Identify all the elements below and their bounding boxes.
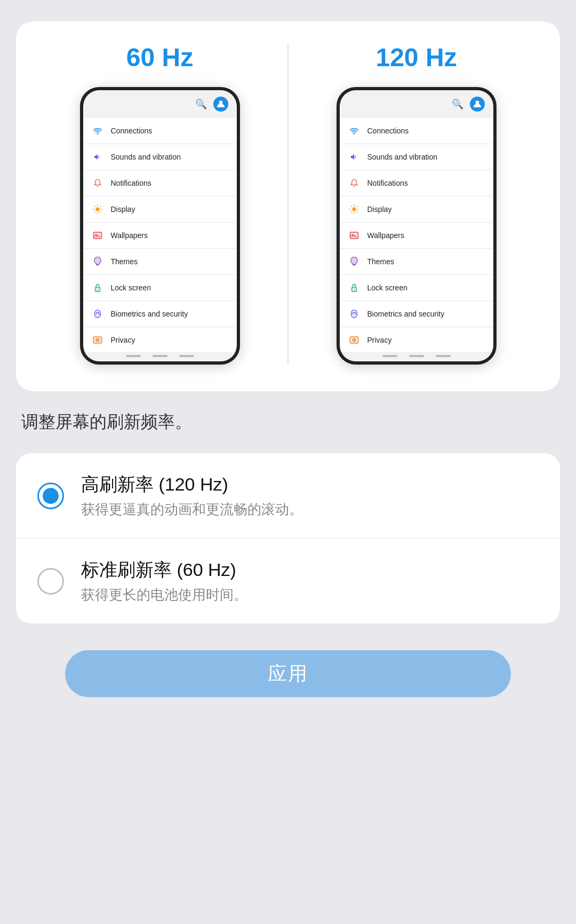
lock-icon: [91, 281, 105, 295]
wallpaper-icon: [347, 228, 361, 242]
right-item-lockscreen: Lock screen: [367, 283, 407, 292]
list-item: Notifications: [83, 170, 237, 196]
list-item: Themes: [83, 249, 237, 275]
right-item-themes: Themes: [367, 257, 395, 266]
notif-icon: [91, 176, 105, 190]
right-item-connections: Connections: [367, 127, 409, 135]
lock-icon: [347, 281, 361, 295]
right-search-icon: 🔍: [452, 98, 463, 110]
left-search-icon: 🔍: [195, 98, 207, 110]
left-item-notifications: Notifications: [111, 179, 151, 187]
left-avatar: [213, 97, 228, 112]
list-item: Lock screen: [83, 275, 237, 301]
biometric-icon: [347, 307, 361, 321]
wifi-icon: [347, 124, 361, 138]
left-phone-screen: 🔍 Connections: [83, 90, 237, 361]
nav-dot: [436, 355, 451, 357]
right-avatar: [470, 97, 485, 112]
list-item: Biometrics and security: [83, 301, 237, 327]
privacy-icon: [347, 333, 361, 347]
privacy-icon: [91, 333, 105, 347]
left-item-wallpapers: Wallpapers: [111, 231, 148, 240]
standard-refresh-option[interactable]: 标准刷新率 (60 Hz) 获得更长的电池使用时间。: [16, 538, 560, 623]
list-item: Privacy: [340, 327, 493, 352]
right-item-display: Display: [367, 205, 392, 214]
svg-point-1: [95, 207, 100, 211]
left-settings-list: Connections Sounds and vibration: [83, 116, 237, 352]
standard-refresh-title: 标准刷新率 (60 Hz): [81, 558, 247, 582]
right-item-privacy: Privacy: [367, 336, 392, 344]
display-icon: [347, 202, 361, 216]
svg-rect-5: [95, 287, 100, 291]
list-item: Wallpapers: [83, 223, 237, 249]
apply-button[interactable]: 应用: [65, 650, 511, 697]
radio-inner-selected: [43, 488, 59, 504]
left-item-privacy: Privacy: [111, 336, 135, 344]
svg-point-10: [352, 207, 356, 211]
wifi-icon: [91, 124, 105, 138]
notif-icon: [347, 176, 361, 190]
svg-rect-4: [96, 264, 99, 265]
right-item-biometrics: Biometrics and security: [367, 310, 445, 318]
svg-rect-13: [353, 264, 355, 265]
high-refresh-subtitle: 获得更逼真的动画和更流畅的滚动。: [81, 500, 303, 519]
standard-refresh-subtitle: 获得更长的电池使用时间。: [81, 586, 247, 604]
list-item: Privacy: [83, 327, 237, 352]
left-hz-label: 60 Hz: [126, 43, 193, 72]
list-item: Sounds and vibration: [83, 144, 237, 170]
list-item: Lock screen: [340, 275, 493, 301]
biometric-icon: [91, 307, 105, 321]
list-item: Wallpapers: [340, 223, 493, 249]
right-phone-topbar: 🔍: [340, 90, 493, 116]
theme-icon: [91, 255, 105, 268]
right-item-wallpapers: Wallpapers: [367, 231, 405, 240]
left-phone-col: 60 Hz 🔍 Connections: [37, 43, 282, 365]
svg-rect-14: [351, 287, 356, 291]
left-phone-nav: [83, 352, 237, 361]
standard-refresh-radio[interactable]: [37, 568, 64, 595]
right-item-notifications: Notifications: [367, 179, 408, 187]
nav-dot: [409, 355, 424, 357]
theme-icon: [347, 255, 361, 268]
nav-dot: [126, 355, 141, 357]
right-phone-col: 120 Hz 🔍 Connections: [294, 43, 539, 365]
svg-point-17: [353, 339, 354, 341]
right-hz-label: 120 Hz: [375, 43, 457, 72]
list-item: Connections: [83, 118, 237, 144]
left-item-connections: Connections: [111, 127, 153, 135]
list-item: Display: [83, 196, 237, 223]
display-icon: [91, 202, 105, 216]
left-item-themes: Themes: [111, 257, 138, 266]
description-text: 调整屏幕的刷新频率。: [16, 410, 197, 434]
left-item-display: Display: [111, 205, 135, 214]
list-item: Biometrics and security: [340, 301, 493, 327]
sound-icon: [91, 150, 105, 164]
left-phone-topbar: 🔍: [83, 90, 237, 116]
nav-dot: [382, 355, 397, 357]
list-item: Themes: [340, 249, 493, 275]
nav-dot: [179, 355, 194, 357]
comparison-card: 60 Hz 🔍 Connections: [16, 21, 560, 391]
right-settings-list: Connections Sounds and vibration: [340, 116, 493, 352]
left-item-lockscreen: Lock screen: [111, 283, 151, 292]
wallpaper-icon: [91, 228, 105, 242]
list-item: Sounds and vibration: [340, 144, 493, 170]
options-card: 高刷新率 (120 Hz) 获得更逼真的动画和更流畅的滚动。 标准刷新率 (60…: [16, 453, 560, 623]
left-phone-frame: 🔍 Connections: [80, 87, 240, 365]
svg-point-8: [97, 339, 98, 341]
right-phone-nav: [340, 352, 493, 361]
comparison-divider: [287, 43, 289, 365]
left-item-biometrics: Biometrics and security: [111, 310, 188, 318]
right-phone-screen: 🔍 Connections: [340, 90, 493, 361]
right-item-sounds: Sounds and vibration: [367, 153, 438, 161]
sound-icon: [347, 150, 361, 164]
high-refresh-text: 高刷新率 (120 Hz) 获得更逼真的动画和更流畅的滚动。: [81, 472, 303, 519]
high-refresh-title: 高刷新率 (120 Hz): [81, 472, 303, 497]
list-item: Display: [340, 196, 493, 223]
left-item-sounds: Sounds and vibration: [111, 153, 181, 161]
high-refresh-option[interactable]: 高刷新率 (120 Hz) 获得更逼真的动画和更流畅的滚动。: [16, 453, 560, 538]
right-phone-frame: 🔍 Connections: [337, 87, 497, 365]
list-item: Connections: [340, 118, 493, 144]
high-refresh-radio[interactable]: [37, 483, 64, 509]
phones-row: 60 Hz 🔍 Connections: [37, 43, 539, 365]
